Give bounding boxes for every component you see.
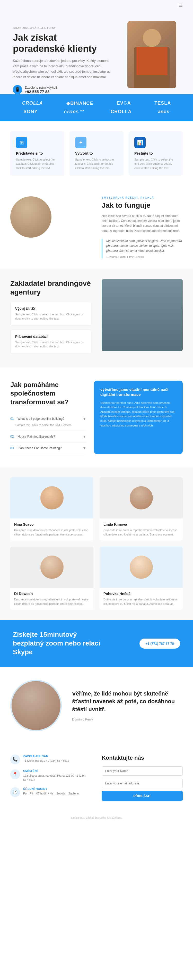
team-name-di: Di Dowson xyxy=(14,592,90,596)
team-img-di xyxy=(10,547,93,588)
contact-form: PŘIHLÁSIT xyxy=(102,766,183,801)
faq-item-1[interactable]: 01. What is off page seo link building? … xyxy=(10,413,86,431)
hero-contact: 📱 Zavolejte nám kdykoli +92 555 77 88 xyxy=(13,85,111,94)
faq-text-1: 01. What is off page seo link building? xyxy=(10,417,64,420)
sidebar-title: vytváříme jsme vlastní mentálně naší dig… xyxy=(100,387,176,397)
agency-label: BRANDINGOVÁ AGENTURA xyxy=(13,26,111,29)
card-2: ✦ Vytvořit to Sample text. Click to sele… xyxy=(70,131,123,176)
faq-number-1: 01. xyxy=(10,417,15,420)
logo-evga: EVGA xyxy=(117,100,131,106)
testimonial-quote: Věříme, že lidé mohou být skutečně šťast… xyxy=(72,690,183,714)
founder-title: Zakladatel brandingové agentury xyxy=(10,279,91,296)
avatar-linda xyxy=(130,486,153,509)
chevron-down-icon-1: ▼ xyxy=(82,417,86,421)
team-card-di: Di Dowson Duis aute irure dolor in repre… xyxy=(10,547,93,610)
founder-img-inner xyxy=(102,279,183,351)
faq-item-3[interactable]: 03. Plan Ahead For Home Painting? ▼ xyxy=(10,442,86,454)
testimonial-image xyxy=(10,680,62,731)
logo-crolla-1: CROLLA xyxy=(22,100,43,106)
cta-button[interactable]: +1 (771) 787 87 78 xyxy=(139,638,180,649)
how-right: SMYSLUPLNÁ ŘEŠENÍ, RYCHLÁ Jak to funguje… xyxy=(102,196,183,258)
founder-right xyxy=(102,279,183,351)
team-info-nina: Nina Scavo Duis aute irure dolor in repr… xyxy=(10,519,93,540)
logos-row-1: CROLLA ◆BINANCE EVGA TESLA xyxy=(10,100,183,106)
card-1-title: Představte si to xyxy=(16,151,59,155)
quote-author: — Mattie Smith, Hlavní účetní xyxy=(106,255,183,258)
contact-phone-value: +1 (234) 567-891 +1 (234) 567-8912 xyxy=(23,759,69,763)
contact-hours: 🕐 ÚŘEDNÍ HODINY Po – Pá – 07 hodin / Ne … xyxy=(10,787,91,797)
team-name-pohov: Pohovka Hnědá xyxy=(103,592,179,596)
hero-description: Každá firma operuje a budováte jednou pr… xyxy=(13,58,111,80)
card-2-title: Vytvořit to xyxy=(75,151,118,155)
contact-location-info: UMÍSTĚNÍ 123 ulice a přéla, náměstí, Pra… xyxy=(23,770,91,782)
phone-number: +92 555 77 88 xyxy=(25,89,57,94)
founder-card-2: Plánování databází Sample text. Click to… xyxy=(10,329,91,353)
hero-person-image xyxy=(127,21,176,88)
contact-phone-label: ZAVOLEJTE NÁM xyxy=(23,754,69,757)
team-card-nina: Nina Scavo Duis aute irure dolor in repr… xyxy=(10,477,93,540)
chevron-down-icon-2: ▼ xyxy=(82,434,86,439)
hero-image xyxy=(123,21,180,93)
team-section: Nina Scavo Duis aute irure dolor in repr… xyxy=(0,467,193,620)
cta-section: Získejte 15minutový bezplatný zoom nebo … xyxy=(0,620,193,667)
team-info-pohov: Pohovka Hnědá Duis aute irure dolor in r… xyxy=(100,588,183,610)
avatar-di xyxy=(40,555,63,579)
faq-answer-1: Sample text. Click to select the Text El… xyxy=(10,423,86,427)
submit-button[interactable]: PŘIHLÁSIT xyxy=(102,791,183,801)
email-field[interactable] xyxy=(102,779,183,788)
how-title: Jak to funguje xyxy=(102,201,183,210)
chevron-down-icon-3: ▼ xyxy=(82,446,86,450)
founder-card-1-title: Vývoj UI/UX xyxy=(15,307,87,311)
logo-binance: ◆BINANCE xyxy=(66,100,93,106)
how-section: SMYSLUPLNÁ ŘEŠENÍ, RYCHLÁ Jak to funguje… xyxy=(0,186,193,269)
transform-title: Jak pomáháme společnostem transformovat … xyxy=(10,380,86,407)
person-body xyxy=(134,47,170,88)
card-1-icon: ⊞ xyxy=(16,137,27,148)
hamburger-icon[interactable]: ☰ xyxy=(179,3,183,8)
testimonial-section: Věříme, že lidé mohou být skutečně šťast… xyxy=(0,667,193,744)
team-img-pohov xyxy=(100,547,183,588)
team-desc-linda: Duis aute irure dolor in reprehenderit i… xyxy=(103,528,179,536)
testimonial-author: Dominic Perry xyxy=(72,718,183,721)
team-img-linda xyxy=(100,477,183,519)
founder-card-2-title: Plánování databází xyxy=(15,334,87,339)
team-info-di: Di Dowson Duis aute irure dolor in repre… xyxy=(10,588,93,610)
contact-title: Kontaktujte nás xyxy=(102,754,183,761)
logo-sony: SONY xyxy=(24,109,38,115)
card-3-icon: 📊 xyxy=(134,137,146,148)
founder-left: Zakladatel brandingové agentury Vývoj UI… xyxy=(10,279,91,357)
team-grid: Nina Scavo Duis aute irure dolor in repr… xyxy=(10,477,183,610)
logo-tesla: TESLA xyxy=(154,100,171,106)
faq-q-label-3: Plan Ahead For Home Painting? xyxy=(17,446,62,450)
team-card-pohov: Pohovka Hnědá Duis aute irure dolor in r… xyxy=(100,547,183,610)
card-3-title: Pěstujte to xyxy=(134,151,177,155)
logo-asos: asos xyxy=(158,109,169,115)
quote-block: Mauris tincidunt nam, pulvinar sagittis.… xyxy=(102,239,183,259)
team-info-linda: Linda Kimová Duis aute irure dolor in re… xyxy=(100,519,183,540)
logo-crolla-2: CROLLA xyxy=(111,109,131,115)
card-1: ⊞ Představte si to Sample text. Click to… xyxy=(10,131,64,176)
team-card-linda: Linda Kimová Duis aute irure dolor in re… xyxy=(100,477,183,540)
faq-item-2[interactable]: 02. House Painting Essentials? ▼ xyxy=(10,431,86,442)
contact-phone-info: ZAVOLEJTE NÁM +1 (234) 567-891 +1 (234) … xyxy=(23,754,69,763)
faq-q-label-2: House Painting Essentials? xyxy=(17,435,55,438)
clock-icon: 🕐 xyxy=(10,787,20,797)
transform-section: Jak pomáháme společnostem transformovat … xyxy=(0,368,193,467)
founder-image xyxy=(102,279,183,351)
person-head xyxy=(143,29,161,47)
hero-title: Jak získat poradenské klienty xyxy=(13,32,111,54)
contact-location-label: UMÍSTĚNÍ xyxy=(23,770,91,773)
contact-hours-value: Po – Pá – 07 hodin / Ne – Sobota – Zavře… xyxy=(23,791,79,796)
team-name-nina: Nina Scavo xyxy=(14,522,90,527)
faq-question-2: 02. House Painting Essentials? ▼ xyxy=(10,434,86,439)
hero-section: BRANDINGOVÁ AGENTURA Jak získat poradens… xyxy=(0,11,193,94)
hero-content: BRANDINGOVÁ AGENTURA Jak získat poradens… xyxy=(13,21,111,94)
name-field[interactable] xyxy=(102,766,183,776)
testimonial-circle xyxy=(10,680,62,731)
testimonial-content: Věříme, že lidé mohou být skutečně šťast… xyxy=(72,690,183,721)
how-label: SMYSLUPLNÁ ŘEŠENÍ, RYCHLÁ xyxy=(102,196,183,199)
transform-sidebar: vytváříme jsme vlastní mentálně naší dig… xyxy=(94,380,183,454)
founder-section: Zakladatel brandingové agentury Vývoj UI… xyxy=(0,269,193,368)
contact-phone: 📞 ZAVOLEJTE NÁM +1 (234) 567-891 +1 (234… xyxy=(10,754,91,764)
cta-title: Získejte 15minutový bezplatný zoom nebo … xyxy=(13,630,103,656)
